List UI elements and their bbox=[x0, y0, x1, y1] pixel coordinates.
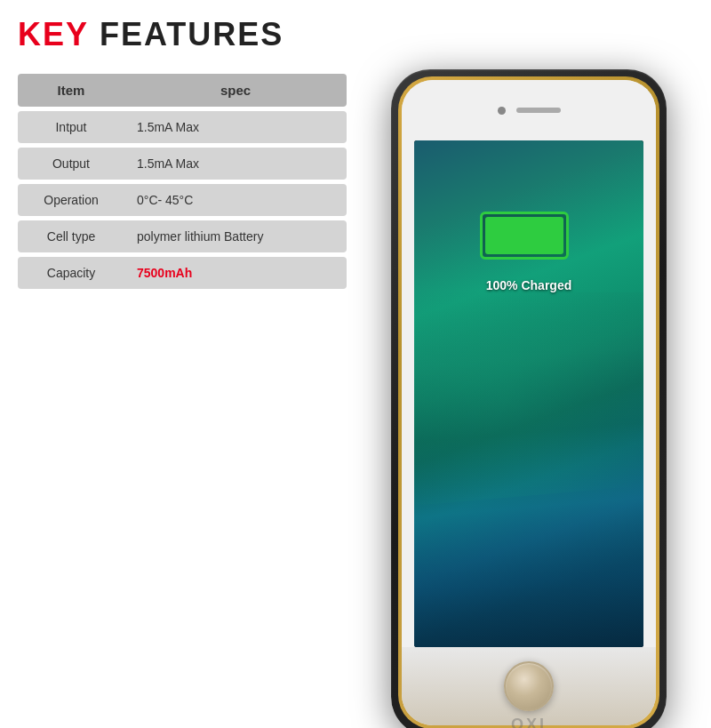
charged-text: 100% Charged bbox=[486, 278, 571, 292]
row-value: polymer lithium Battery bbox=[124, 220, 347, 252]
capacity-value: 7500mAh bbox=[137, 266, 192, 280]
row-value: 0°C- 45°C bbox=[124, 184, 347, 216]
row-label: Operation bbox=[18, 184, 124, 216]
speaker-slot-icon bbox=[516, 108, 561, 113]
front-camera-icon bbox=[498, 107, 506, 115]
battery-fill bbox=[485, 217, 563, 254]
phone-wrapper: 100% Charged OXI bbox=[391, 69, 667, 728]
phone-body: 100% Charged bbox=[402, 80, 656, 725]
row-value: 1.5mA Max bbox=[124, 111, 347, 143]
col1-header: Item bbox=[18, 74, 124, 107]
table-row: Intput 1.5mA Max bbox=[18, 111, 347, 143]
phone-top-area bbox=[402, 80, 656, 140]
table-row: Operation 0°C- 45°C bbox=[18, 184, 347, 216]
table-row: Cell type polymer lithium Battery bbox=[18, 220, 347, 252]
watermark: OXI bbox=[511, 716, 547, 728]
title-row: KEY FEATURES bbox=[18, 16, 693, 53]
table-row: Capacity 7500mAh bbox=[18, 257, 347, 289]
row-label: Intput bbox=[18, 111, 124, 143]
battery-tip bbox=[568, 227, 569, 244]
col2-header: spec bbox=[124, 74, 347, 107]
row-value-capacity: 7500mAh bbox=[124, 257, 347, 289]
row-value: 1.5mA Max bbox=[124, 148, 347, 180]
phone-bottom-area bbox=[402, 647, 656, 725]
battery-icon bbox=[480, 212, 578, 265]
phone-container: 100% Charged OXI bbox=[364, 69, 693, 728]
title-features: FEATURES bbox=[100, 16, 284, 53]
page-container: KEY FEATURES Item spec Intput 1.5mA Max … bbox=[0, 0, 711, 728]
title-key: KEY bbox=[18, 16, 89, 53]
row-label: Cell type bbox=[18, 220, 124, 252]
home-button-icon bbox=[504, 661, 554, 711]
table-row: Output 1.5mA Max bbox=[18, 148, 347, 180]
wave-mid bbox=[414, 230, 643, 507]
battery-body bbox=[480, 212, 569, 260]
row-label: Capacity bbox=[18, 257, 124, 289]
phone-screen: 100% Charged bbox=[414, 140, 643, 647]
content-area: Item spec Intput 1.5mA Max Output 1.5mA … bbox=[18, 69, 693, 728]
row-label: Output bbox=[18, 148, 124, 180]
spec-table: Item spec Intput 1.5mA Max Output 1.5mA … bbox=[18, 69, 347, 293]
table-header-row: Item spec bbox=[18, 74, 347, 107]
